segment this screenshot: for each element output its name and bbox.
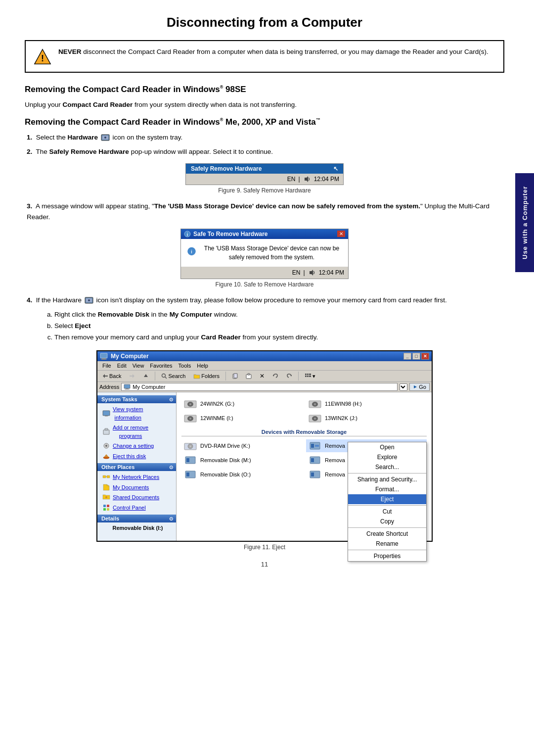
taskbar-speaker-icon xyxy=(303,176,311,183)
system-tasks-chevron: ⊙ xyxy=(169,397,173,402)
drive-item-h[interactable]: 11EWIN98 (H:) xyxy=(306,397,427,410)
taskbar-sep: | xyxy=(299,176,300,183)
drive-item-k[interactable]: DVD-RAM Drive (K:) xyxy=(181,439,302,452)
drive-item-j[interactable]: 13WIN2K (J:) xyxy=(306,412,427,425)
maximize-button[interactable]: □ xyxy=(412,353,420,360)
removable-partial-o: Remova xyxy=(325,472,345,477)
menu-view[interactable]: View xyxy=(130,362,147,369)
drive-item-i[interactable]: 12WINME (I:) xyxy=(181,412,302,425)
removable-icon-k xyxy=(308,440,322,451)
redo-icon xyxy=(286,373,292,379)
search-icon xyxy=(161,373,167,379)
dialog-title-text: Safe To Remove Hardware xyxy=(193,231,268,237)
ctx-cut[interactable]: Cut xyxy=(348,507,426,517)
sidebar-link-eject[interactable]: Eject this disk xyxy=(97,451,176,462)
section1-title: Removing the Compact Card Reader in Wind… xyxy=(25,85,504,94)
info-icon: i xyxy=(184,231,191,237)
drive-item-o[interactable]: Removable Disk (O:) xyxy=(181,468,302,481)
forward-icon xyxy=(129,373,135,379)
menu-favorites[interactable]: Favorites xyxy=(147,362,175,369)
svg-point-4 xyxy=(104,137,106,139)
ctx-open[interactable]: Open xyxy=(348,442,426,452)
folders-button[interactable]: Folders xyxy=(190,372,222,380)
warning-icon: ! xyxy=(34,48,51,66)
sidebar-link-view-system[interactable]: View systeminformation xyxy=(97,404,176,423)
sidebar-link-add-remove[interactable]: Add or removeprograms xyxy=(97,423,176,441)
svg-point-51 xyxy=(105,496,107,498)
menu-edit[interactable]: Edit xyxy=(114,362,130,369)
drive-icon-g xyxy=(183,398,197,409)
dialog-close-button[interactable]: ✕ xyxy=(337,231,345,237)
step1: 1. Select the Hardware icon on the syste… xyxy=(25,132,504,143)
paste-icon xyxy=(246,373,252,379)
ctx-format[interactable]: Format... xyxy=(348,484,426,494)
side-tab: Use with a Computer xyxy=(515,173,534,272)
svg-rect-77 xyxy=(311,458,314,462)
redo-icon-btn[interactable] xyxy=(283,372,295,380)
delete-icon-btn[interactable]: ✕ xyxy=(257,372,267,380)
sidebar-link-change-setting[interactable]: Change a setting xyxy=(97,441,176,451)
go-arrow-icon xyxy=(413,384,418,389)
sidebar-link-control-panel[interactable]: Control Panel xyxy=(97,503,176,513)
drive-icon-h xyxy=(308,398,322,409)
drive-label-j: 13WIN2K (J:) xyxy=(325,415,357,421)
system-tasks-header[interactable]: System Tasks ⊙ xyxy=(97,395,176,403)
sidebar-link-my-documents[interactable]: My Documents xyxy=(97,482,176,493)
details-header[interactable]: Details ⊙ xyxy=(97,515,176,522)
go-button[interactable]: Go xyxy=(409,383,430,391)
drive-item-g[interactable]: 24WIN2K (G:) xyxy=(181,397,302,410)
warning-rest: disconnect the Compact Card Reader from … xyxy=(82,48,489,55)
svg-rect-16 xyxy=(101,359,107,360)
close-button[interactable]: ✕ xyxy=(421,353,429,360)
svg-point-13 xyxy=(88,299,90,301)
drive-item-m[interactable]: Removable Disk (M:) xyxy=(181,454,302,467)
control-panel-label: Control Panel xyxy=(113,504,146,512)
ctx-rename[interactable]: Rename xyxy=(348,539,426,549)
ctx-explore[interactable]: Explore xyxy=(348,452,426,462)
substep-c: Then remove your memory card and unplug … xyxy=(54,332,504,343)
removable-partial-k: Remova xyxy=(325,443,345,449)
address-content: My Computer xyxy=(124,384,395,390)
svg-rect-14 xyxy=(100,353,107,358)
other-places-header[interactable]: Other Places ⊙ xyxy=(97,463,176,471)
copy-icon-btn[interactable] xyxy=(229,372,241,380)
search-button[interactable]: Search xyxy=(158,372,188,380)
ctx-sharing[interactable]: Sharing and Security... xyxy=(348,474,426,484)
address-input[interactable]: My Computer xyxy=(121,383,398,391)
undo-icon-btn[interactable] xyxy=(269,372,281,380)
ctx-properties[interactable]: Properties xyxy=(348,551,426,561)
ctx-copy[interactable]: Copy xyxy=(348,517,426,526)
views-icon-btn[interactable]: ▾ xyxy=(302,372,318,380)
back-button[interactable]: Back xyxy=(99,372,124,380)
menu-tools[interactable]: Tools xyxy=(176,362,194,369)
address-dropdown[interactable] xyxy=(400,383,407,391)
ctx-create-shortcut[interactable]: Create Shortcut xyxy=(348,529,426,539)
view-system-icon xyxy=(102,410,110,418)
svg-rect-35 xyxy=(309,376,311,377)
svg-marker-39 xyxy=(414,385,417,388)
svg-point-22 xyxy=(162,374,166,378)
dialog-time: 12:04 PM xyxy=(319,269,344,276)
forward-button[interactable] xyxy=(126,372,138,380)
up-button[interactable] xyxy=(140,372,152,380)
taskbar-bottom: EN | 12:04 PM xyxy=(186,174,343,185)
step4: 4. If the Hardware icon isn't display on… xyxy=(25,295,504,306)
change-setting-label: Change a setting xyxy=(113,442,154,450)
toolbar-sep-1 xyxy=(155,372,155,380)
sidebar-link-network-places[interactable]: My Network Places xyxy=(97,472,176,482)
menu-help[interactable]: Help xyxy=(194,362,211,369)
shared-documents-label: Shared Documents xyxy=(113,493,159,502)
section1-body: Unplug your Compact Card Reader from you… xyxy=(25,99,504,110)
address-computer-icon xyxy=(124,384,131,390)
drive-label-g: 24WIN2K (G:) xyxy=(200,401,234,407)
svg-rect-31 xyxy=(307,374,309,375)
menu-file[interactable]: File xyxy=(99,362,114,369)
ctx-eject[interactable]: Eject xyxy=(348,494,426,504)
svg-marker-47 xyxy=(104,454,109,457)
page-container: Use with a Computer Disconnecting from a… xyxy=(0,0,534,756)
minimize-button[interactable]: _ xyxy=(403,353,411,360)
sidebar-link-shared-documents[interactable]: Shared Documents xyxy=(97,492,176,503)
paste-icon-btn[interactable] xyxy=(243,372,255,380)
my-computer-icon xyxy=(100,353,108,360)
ctx-search[interactable]: Search... xyxy=(348,462,426,472)
